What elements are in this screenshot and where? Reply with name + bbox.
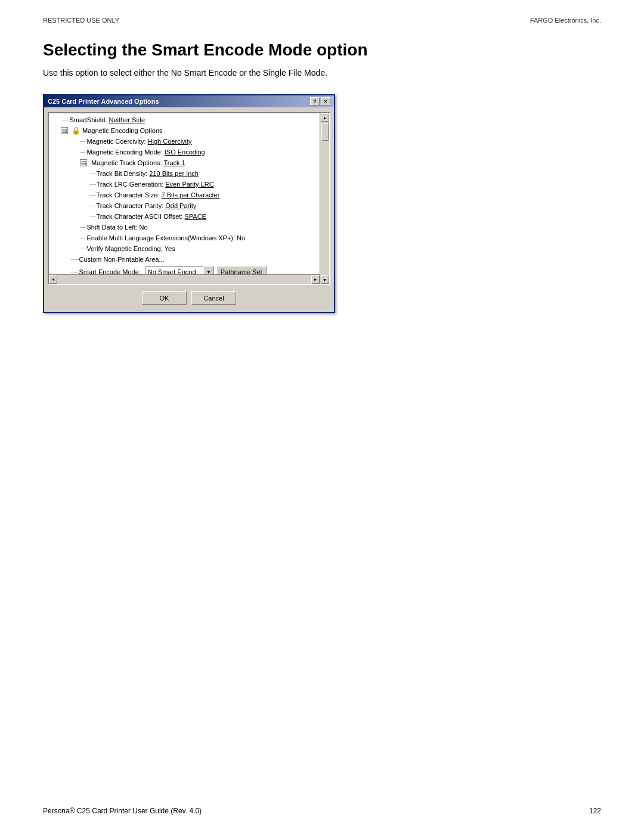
tree-label: Track Character Size: 7 Bits per Charact… (97, 191, 220, 199)
dotted-line: ······· (80, 224, 86, 230)
horizontal-scrollbar[interactable]: ◄ ► (49, 274, 320, 284)
dialog-buttons: OK Cancel (47, 286, 332, 307)
scroll-up-arrow[interactable]: ▲ (321, 113, 329, 122)
page-title: Selecting the Smart Encode Mode option (43, 41, 601, 60)
page-footer: Persona® C25 Card Printer User Guide (Re… (43, 807, 601, 815)
cancel-button[interactable]: Cancel (191, 291, 236, 305)
tree-item-smart-encode: ········· Smart Encode Mode: No Smart En… (49, 265, 320, 274)
tree-item-bit-density: ······· Track Bit Density: 210 Bits per … (49, 168, 320, 179)
tree-label: Track Bit Density: 210 Bits per Inch (97, 170, 199, 177)
tree-item-verify: ······· Verify Magnetic Encoding: Yes (49, 243, 320, 254)
scroll-thumb[interactable] (321, 123, 329, 141)
tree-label: Magnetic Encoding Options (82, 127, 163, 134)
header-left: RESTRICTED USE ONLY (43, 17, 119, 24)
tree-label: Verify Magnetic Encoding: Yes (87, 245, 175, 252)
dotted-line: ······· (89, 171, 96, 176)
tree-item-smartshield: ········· SmartShield: Neither Side (49, 114, 320, 125)
expand-icon-track[interactable]: ⊟ (80, 159, 89, 167)
ok-button[interactable]: OK (142, 291, 187, 305)
titlebar-buttons: ? × (310, 97, 330, 106)
dialog-box: C25 Card Printer Advanced Options ? × ··… (43, 94, 335, 313)
scroll-left-arrow[interactable]: ◄ (49, 275, 57, 284)
dotted-line: ······· (80, 235, 86, 241)
dotted-line: ······· (89, 181, 96, 187)
pathname-set-button[interactable]: Pathname Set (216, 266, 267, 274)
dialog-titlebar: C25 Card Printer Advanced Options ? × (44, 95, 334, 107)
footer-left: Persona® C25 Card Printer User Guide (Re… (43, 807, 202, 815)
tree-item-ascii-offset: ······· Track Character ASCII Offset: SP… (49, 211, 320, 222)
scroll-down-arrow[interactable]: ▼ (321, 275, 329, 284)
footer-right: 122 (589, 807, 601, 815)
tree-item-mag-encoding: ⊟ 🔒 Magnetic Encoding Options (49, 125, 320, 136)
expand-icon[interactable]: ⊟ (61, 127, 70, 135)
dotted-line: ········· (70, 269, 79, 274)
tree-label: Magnetic Track Options: Track 1 (91, 159, 185, 166)
dropdown-wrapper: No Smart Encod ▼ No Smart Encode Single … (145, 266, 214, 274)
dropdown-display[interactable]: No Smart Encod (145, 266, 214, 274)
tree-label: Track Character ASCII Offset: SPACE (97, 213, 206, 220)
tree-item-track-options: ⊟ Magnetic Track Options: Track 1 (49, 157, 320, 168)
tree-label: Shift Data to Left: No (87, 224, 148, 231)
header-right: FARGO Electronics, Inc. (530, 17, 601, 24)
dotted-line: ········· (61, 117, 69, 123)
page-content: Selecting the Smart Encode Mode option U… (0, 24, 644, 367)
tree-label: Magnetic Encoding Mode: ISO Encoding (87, 148, 205, 156)
dotted-line: ······· (89, 203, 96, 209)
tree-label: Enable Multi Language Extensions(Windows… (87, 234, 246, 241)
tree-item-coercivity: ······· Magnetic Coercivity: High Coerci… (49, 136, 320, 147)
close-button[interactable]: × (321, 97, 330, 106)
tree-label: Magnetic Coercivity: High Coercivity (87, 138, 192, 145)
lock-icon: 🔒 (72, 126, 80, 135)
dotted-line: ······· (80, 246, 86, 252)
tree-item-char-parity: ······· Track Character Parity: Odd Pari… (49, 200, 320, 211)
tree-item-shift: ······· Shift Data to Left: No (49, 222, 320, 233)
tree-item-multilang: ······· Enable Multi Language Extensions… (49, 233, 320, 243)
tree-label: SmartShield: Neither Side (70, 116, 145, 123)
dotted-line: ······· (89, 213, 96, 219)
dialog-body: ········· SmartShield: Neither Side ⊟ 🔒 … (44, 107, 334, 312)
tree-label: Track LRC Generation: Even Parity LRC (97, 181, 214, 188)
tree-label: Custom Non-Printable Area... (79, 256, 165, 263)
scroll-right-arrow[interactable]: ► (311, 275, 320, 284)
dotted-line: ······· (80, 149, 86, 155)
help-button[interactable]: ? (310, 97, 320, 106)
dialog-wrapper: C25 Card Printer Advanced Options ? × ··… (43, 94, 335, 313)
tree-container: ········· SmartShield: Neither Side ⊟ 🔒 … (48, 112, 330, 285)
tree-item-lrc: ······· Track LRC Generation: Even Parit… (49, 179, 320, 190)
tree-content: ········· SmartShield: Neither Side ⊟ 🔒 … (49, 113, 320, 284)
dotted-line: ······· (89, 192, 96, 198)
tree-label: Track Character Parity: Odd Parity (97, 202, 197, 209)
tree-item-char-size: ······· Track Character Size: 7 Bits per… (49, 190, 320, 200)
dialog-title: C25 Card Printer Advanced Options (48, 98, 159, 105)
tree-item-encoding-mode: ······· Magnetic Encoding Mode: ISO Enco… (49, 147, 320, 157)
vertical-scrollbar[interactable]: ▲ ▼ (320, 113, 329, 284)
h-scroll-track (57, 275, 311, 284)
page-header: RESTRICTED USE ONLY FARGO Electronics, I… (0, 0, 644, 24)
tree-scroll-content[interactable]: ········· SmartShield: Neither Side ⊟ 🔒 … (49, 113, 320, 274)
smart-encode-label: Smart Encode Mode: (79, 268, 141, 274)
tree-item-custom: ········· Custom Non-Printable Area... (49, 254, 320, 265)
page-description: Use this option to select either the No … (43, 68, 601, 78)
dotted-line: ······· (80, 138, 86, 144)
dotted-line: ········· (70, 256, 79, 262)
